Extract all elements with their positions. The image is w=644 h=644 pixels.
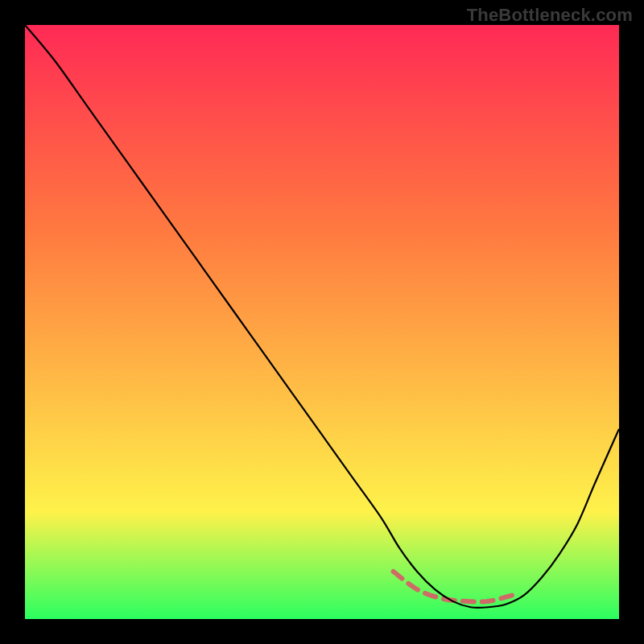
chart-svg: [25, 25, 619, 619]
watermark-text: TheBottleneck.com: [467, 5, 633, 26]
chart-stage: TheBottleneck.com: [0, 0, 644, 644]
plot-area: [25, 25, 619, 619]
plot-background: [25, 25, 619, 619]
